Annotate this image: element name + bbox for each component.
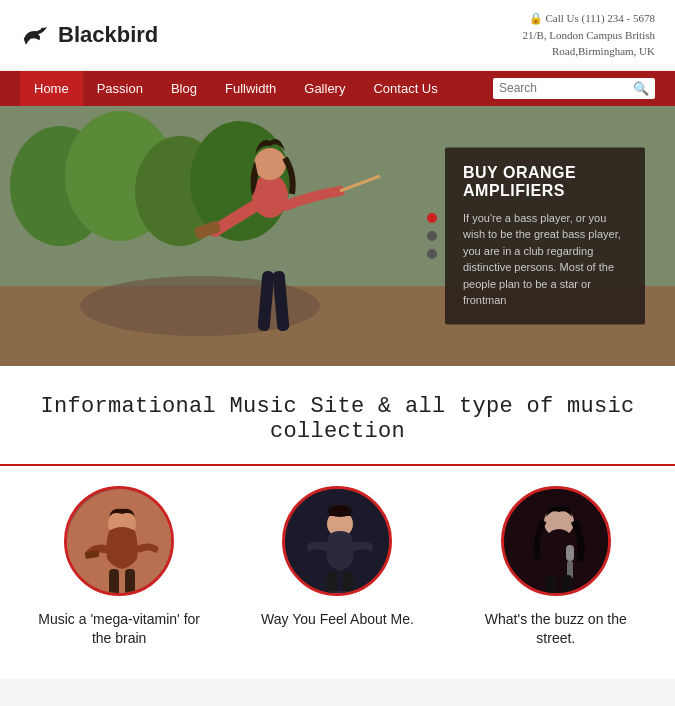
- main-navbar: Home Passion Blog Fullwidth Gallery Cont…: [0, 71, 675, 106]
- nav-item-blog[interactable]: Blog: [157, 71, 211, 106]
- svg-rect-29: [546, 575, 556, 596]
- svg-rect-18: [125, 569, 135, 596]
- card-1: Music a 'mega-vitamin' for the brain: [29, 486, 209, 649]
- card-3-avatar: [501, 486, 611, 596]
- tagline-text: Informational Music Site & all type of m…: [20, 394, 655, 444]
- nav-item-contact[interactable]: Contact Us: [359, 71, 451, 106]
- search-input[interactable]: [499, 81, 629, 95]
- phone-number: 🔒 Call Us (111) 234 - 5678: [522, 10, 655, 27]
- card-2: Way You Feel About Me.: [247, 486, 427, 649]
- address-line2: Road,Birmingham, UK: [522, 43, 655, 60]
- nav-link-gallery[interactable]: Gallery: [290, 71, 359, 106]
- slider-dot-2[interactable]: [427, 231, 437, 241]
- nav-item-fullwidth[interactable]: Fullwidth: [211, 71, 290, 106]
- contact-info: 🔒 Call Us (111) 234 - 5678 21/B, London …: [522, 10, 655, 60]
- logo-bird-icon: [20, 23, 50, 47]
- nav-links: Home Passion Blog Fullwidth Gallery Cont…: [20, 71, 452, 106]
- search-button[interactable]: 🔍: [633, 81, 649, 96]
- nav-link-blog[interactable]: Blog: [157, 71, 211, 106]
- site-header: Blackbird 🔒 Call Us (111) 234 - 5678 21/…: [0, 0, 675, 71]
- logo-text: Blackbird: [58, 22, 158, 48]
- nav-link-fullwidth[interactable]: Fullwidth: [211, 71, 290, 106]
- svg-point-0: [41, 27, 44, 30]
- svg-rect-30: [562, 575, 572, 596]
- card-1-avatar: [64, 486, 174, 596]
- nav-item-gallery[interactable]: Gallery: [290, 71, 359, 106]
- nav-item-home[interactable]: Home: [20, 71, 83, 106]
- card-2-title: Way You Feel About Me.: [261, 610, 414, 630]
- card-3-image: [504, 489, 611, 596]
- hero-description: If you're a bass player, or you wish to …: [463, 209, 627, 308]
- svg-point-9: [254, 148, 286, 180]
- card-1-title: Music a 'mega-vitamin' for the brain: [29, 610, 209, 649]
- tagline-section: Informational Music Site & all type of m…: [0, 366, 675, 466]
- address-line1: 21/B, London Campus British: [522, 27, 655, 44]
- nav-link-contact[interactable]: Contact Us: [359, 71, 451, 106]
- slider-dot-3[interactable]: [427, 249, 437, 259]
- logo-area: Blackbird: [20, 22, 158, 48]
- svg-rect-27: [566, 545, 574, 561]
- nav-link-passion[interactable]: Passion: [83, 71, 157, 106]
- nav-item-passion[interactable]: Passion: [83, 71, 157, 106]
- cards-section: Music a 'mega-vitamin' for the brain Way…: [0, 466, 675, 679]
- hero-section: BUY ORANGE AMPLIFIERS If you're a bass p…: [0, 106, 675, 366]
- search-box[interactable]: 🔍: [493, 78, 655, 99]
- card-3: What's the buzz on the street.: [466, 486, 646, 649]
- card-3-title: What's the buzz on the street.: [466, 610, 646, 649]
- slider-dot-1[interactable]: [427, 213, 437, 223]
- card-2-image: [285, 489, 392, 596]
- hero-title: BUY ORANGE AMPLIFIERS: [463, 163, 627, 199]
- hero-overlay: BUY ORANGE AMPLIFIERS If you're a bass p…: [445, 147, 645, 324]
- card-1-image: [67, 489, 174, 596]
- svg-rect-17: [109, 569, 119, 596]
- nav-link-home[interactable]: Home: [20, 71, 83, 106]
- slider-dots: [427, 213, 437, 259]
- svg-point-23: [328, 505, 352, 517]
- card-2-avatar: [282, 486, 392, 596]
